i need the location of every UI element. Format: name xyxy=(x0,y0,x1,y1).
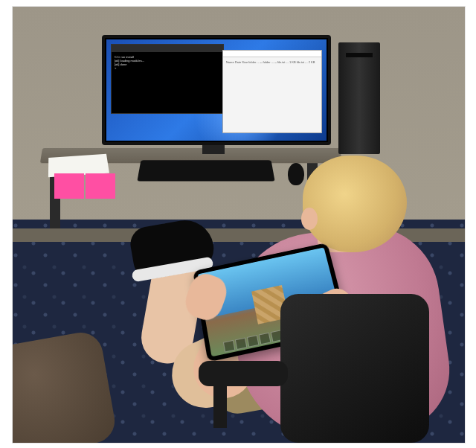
desktop-wallpaper: C:\> run install [ok] loading modules...… xyxy=(106,39,327,141)
terminal-titlebar xyxy=(112,45,223,52)
ear xyxy=(301,208,318,230)
chair-backrest xyxy=(280,294,429,443)
file-manager-list: Name Date Size folder ... -- folder ... … xyxy=(223,57,321,67)
terminal-window: C:\> run install [ok] loading modules...… xyxy=(111,44,224,114)
photograph: C:\> run install [ok] loading modules...… xyxy=(12,6,466,444)
pc-tower xyxy=(338,42,380,154)
terminal-output: C:\> run install [ok] loading modules...… xyxy=(112,52,223,73)
file-manager-titlebar xyxy=(223,51,321,57)
sticky-note xyxy=(54,173,84,199)
chair-armrest xyxy=(199,361,288,386)
photo-frame: C:\> run install [ok] loading modules...… xyxy=(0,0,476,448)
chair-armrest-post xyxy=(213,383,227,428)
file-manager-window: Name Date Size folder ... -- folder ... … xyxy=(222,50,322,133)
office-chair xyxy=(191,294,429,444)
drive-bay xyxy=(346,53,373,57)
monitor: C:\> run install [ok] loading modules...… xyxy=(102,35,331,145)
sticky-note xyxy=(86,173,115,199)
